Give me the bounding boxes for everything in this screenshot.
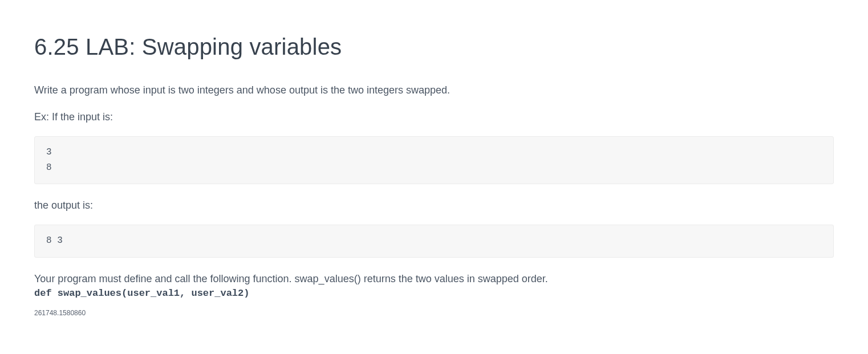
input-example-block: 3 8 [34,136,834,184]
example-label: Ex: If the input is: [34,109,834,125]
output-example-block: 8 3 [34,225,834,257]
function-definition: def swap_values(user_val1, user_val2) [34,288,834,299]
page-title: 6.25 LAB: Swapping variables [34,34,834,60]
intro-paragraph: Write a program whose input is two integ… [34,83,834,98]
instruction-text: Your program must define and call the fo… [34,271,834,287]
output-label: the output is: [34,198,834,213]
footer-id: 261748.1580860 [34,309,834,317]
